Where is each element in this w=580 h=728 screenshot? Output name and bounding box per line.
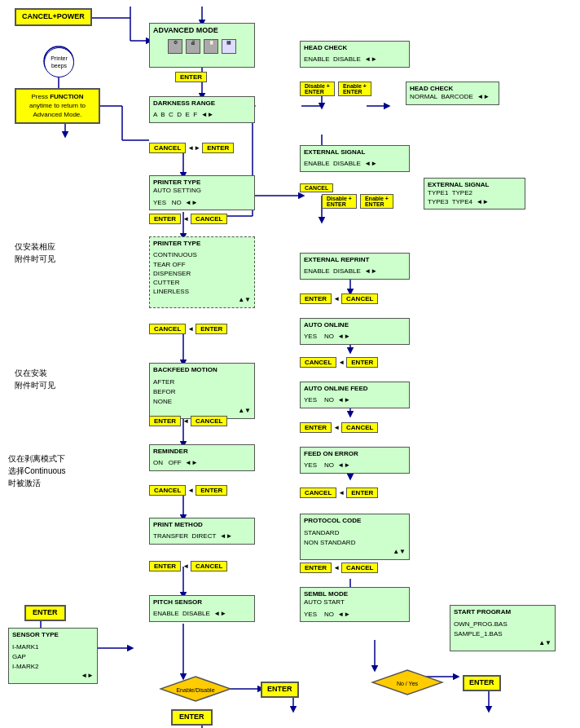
cn-label-2: 仅在安装附件时可见 [15,367,55,391]
reminder-box: REMINDER ON OFF ◄► [149,444,255,471]
darkness-cancel-btn[interactable]: CANCEL [149,143,186,153]
feed-on-error-buttons: CANCEL ◄ ENTER [300,488,378,498]
printer-type-enter-btn[interactable]: ENTER [196,324,227,334]
press-function-box: Press FUNCTIONanytime to return toAdvanc… [15,88,100,124]
external-reprint-box: EXTERNAL REPRINT ENABLE DISABLE ◄► [300,253,410,280]
start-program-box: START PROGRAM OWN_PROG.BASSAMPLE_1.BAS ▲… [450,605,556,651]
auto-online-feed-enter-btn[interactable]: ENTER [300,422,332,433]
external-reprint-buttons: ENTER ◄ CANCEL [300,293,378,304]
reminder-buttons: CANCEL ◄ ENTER [149,485,227,496]
enter-diamond-btn[interactable]: ENTER [261,682,299,698]
reminder-cancel-btn[interactable]: CANCEL [149,485,186,496]
svg-text:Enable/Disable: Enable/Disable [176,687,214,693]
ext-signal-cancel-btn[interactable]: CANCEL [300,183,333,192]
auto-online-feed-box: AUTO ONLINE FEED YES NO ◄► [300,382,410,408]
advanced-mode-box: ADVANCED MODE ⚙ 🖨 📋 ▦ [149,23,255,68]
printer-beeps-circle: Printer beeps [44,47,74,77]
protocol-code-box: PROTOCOL CODE STANDARDNON STANDARD ▲▼ [300,514,410,560]
protocol-enter-btn[interactable]: ENTER [300,563,332,573]
backfeed-buttons: ENTER ◄ CANCEL [149,416,227,426]
print-method-box: PRINT METHOD TRANSFER DIRECT ◄► [149,518,255,545]
printer-type-list-box: PRINTER TYPE CONTINUOUSTEAR OFFDISPENSER… [149,236,255,308]
ext-signal-enable-enter-btn[interactable]: Enable +ENTER [360,194,393,209]
ext-signal-disable-enter-btn[interactable]: Disable +ENTER [322,194,357,209]
head-check-disable-enter-btn[interactable]: Disable +ENTER [300,82,335,96]
darkness-buttons: CANCEL ◄► ENTER [149,143,234,153]
external-signal-buttons: CANCEL [300,183,333,192]
cn-label-3: 仅在剥离模式下选择Continuous时被激活 [8,452,66,489]
protocol-code-buttons: ENTER ◄ CANCEL [300,563,378,573]
printer-type-auto-cancel-btn[interactable]: CANCEL [191,214,227,224]
external-signal-buttons2: Disable +ENTER Enable +ENTER [322,194,393,209]
darkness-range-box: DARKNESS RANGE A B C D E F ◄► [149,96,255,123]
auto-online-feed-cancel-btn[interactable]: CANCEL [341,422,378,433]
external-signal-box: EXTERNAL SIGNAL ENABLE DISABLE ◄► [300,145,410,172]
advanced-mode-enter-btn[interactable]: ENTER [175,72,207,82]
cn-label-1: 仅安装相应附件时可见 [15,240,55,265]
feed-on-error-cancel-btn[interactable]: CANCEL [300,488,336,498]
enter-bottom-btn[interactable]: ENTER [171,709,213,726]
no-yes-diamond: No / Yes [371,668,444,699]
enable-disable-diamond: Enable/Disable [159,675,232,705]
backfeed-enter-btn[interactable]: ENTER [149,416,181,426]
auto-online-buttons: CANCEL ◄ ENTER [300,357,378,368]
reminder-enter-btn[interactable]: ENTER [196,485,227,496]
printer-type-list-buttons: CANCEL ◄ ENTER [149,324,227,334]
head-check-enable-enter-btn[interactable]: Enable +ENTER [338,82,371,96]
darkness-enter-btn[interactable]: ENTER [202,143,234,153]
enter-no-yes-btn[interactable]: ENTER [463,675,501,691]
print-method-cancel-btn[interactable]: CANCEL [191,561,227,571]
printer-type-cancel-btn[interactable]: CANCEL [149,324,186,334]
printer-type-auto-buttons: ENTER ◄ CANCEL [149,214,227,224]
printer-type-auto-enter-btn[interactable]: ENTER [149,214,181,224]
ext-reprint-cancel-btn[interactable]: CANCEL [341,293,378,304]
backfeed-motion-box: BACKFEED MOTION AFTERBEFORNONE ▲▼ [149,363,255,419]
sensor-type-box: SENSOR TYPE I-MARK1GAPI-MARK2 ◄► [8,628,98,684]
auto-online-enter-btn[interactable]: ENTER [346,357,378,368]
head-check-box: HEAD CHECK ENABLE DISABLE ◄► [300,41,410,68]
auto-online-feed-buttons: ENTER ◄ CANCEL [300,422,378,433]
print-method-buttons: ENTER ◄ CANCEL [149,561,227,571]
external-signal-type-box: EXTERNAL SIGNAL TYPE1 TYPE2 TYPE3 TYPE4 … [424,178,525,210]
printer-type-auto-box: PRINTER TYPE AUTO SETTING YES NO ◄► [149,175,255,210]
auto-online-cancel-btn[interactable]: CANCEL [300,357,336,368]
head-check-buttons: Disable +ENTER Enable +ENTER [300,82,371,96]
svg-text:No / Yes: No / Yes [397,681,419,686]
ext-reprint-enter-btn[interactable]: ENTER [300,293,332,304]
enter-sensor-btn[interactable]: ENTER [24,605,66,621]
feed-on-error-enter-btn[interactable]: ENTER [346,488,378,498]
feed-on-error-box: FEED ON ERROR YES NO ◄► [300,447,410,474]
auto-online-box: AUTO ONLINE YES NO ◄► [300,318,410,345]
backfeed-cancel-btn[interactable]: CANCEL [191,416,227,426]
pitch-sensor-box: PITCH SENSOR ENABLE DISABLE ◄► [149,595,255,622]
advanced-mode-enter-row: ENTER [175,72,207,82]
head-check-type-box: HEAD CHECK NORMAL BARCODE ◄► [406,82,499,105]
protocol-cancel-btn[interactable]: CANCEL [341,563,378,573]
sembl-mode-box: SEMBL MODE AUTO START YES NO ◄► [300,587,410,622]
print-method-enter-btn[interactable]: ENTER [149,561,181,571]
diagram-container: CANCEL+POWER Printer beeps Press FUNCTIO… [0,0,580,728]
cancel-power-button[interactable]: CANCEL+POWER [15,8,92,26]
